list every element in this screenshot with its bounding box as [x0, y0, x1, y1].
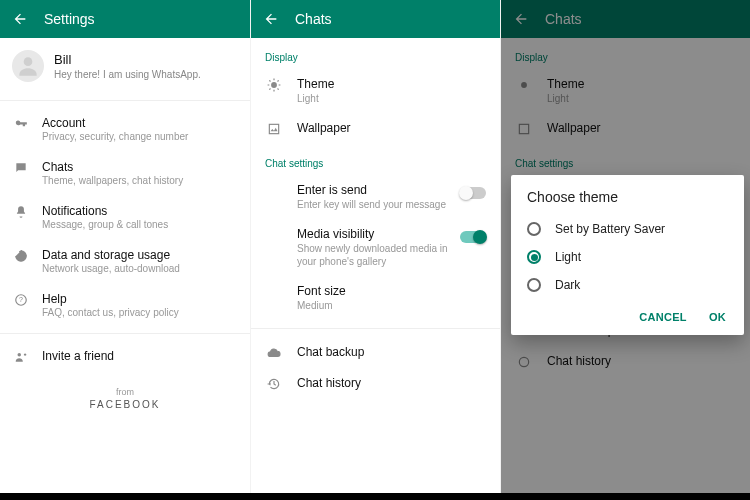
from-label: from — [0, 387, 250, 397]
row-enter-send[interactable]: Enter is sendEnter key will send your me… — [251, 175, 500, 219]
avatar-icon — [12, 50, 44, 82]
data-icon — [12, 248, 30, 263]
menu-item-title: Account — [42, 116, 188, 130]
appbar-title: Settings — [44, 11, 95, 27]
menu-item-sub: Network usage, auto-download — [42, 263, 180, 274]
row-wallpaper[interactable]: Wallpaper — [251, 113, 500, 144]
row-font-size[interactable]: Font sizeMedium — [251, 276, 500, 320]
row-title: Wallpaper — [297, 121, 486, 135]
key-icon — [12, 116, 30, 131]
row-media-visibility[interactable]: Media visibilityShow newly downloaded me… — [251, 219, 500, 276]
menu-item-title: Chats — [42, 160, 183, 174]
menu-item-data[interactable]: Data and storage usageNetwork usage, aut… — [0, 239, 250, 283]
menu-item-sub: FAQ, contact us, privacy policy — [42, 307, 179, 318]
theme-option-battery[interactable]: Set by Battery Saver — [527, 215, 728, 243]
row-theme[interactable]: ThemeLight — [251, 69, 500, 113]
theme-icon — [265, 77, 283, 92]
menu-item-invite[interactable]: Invite a friend — [0, 340, 250, 373]
menu-item-title: Notifications — [42, 204, 168, 218]
radio-icon — [527, 278, 541, 292]
row-chat-backup[interactable]: Chat backup — [251, 337, 500, 368]
back-icon[interactable] — [261, 11, 281, 27]
menu-item-title: Invite a friend — [42, 349, 114, 363]
ok-button[interactable]: OK — [707, 307, 728, 327]
cloud-icon — [265, 345, 283, 360]
toggle-media-visibility[interactable] — [460, 231, 486, 243]
wallpaper-icon — [265, 121, 283, 136]
appbar: Settings — [0, 0, 250, 38]
menu-item-help[interactable]: ? HelpFAQ, contact us, privacy policy — [0, 283, 250, 327]
divider — [0, 333, 250, 334]
settings-pane: Settings Bill Hey there! I am using What… — [0, 0, 250, 493]
row-title: Font size — [297, 284, 486, 298]
radio-icon — [527, 222, 541, 236]
menu-item-title: Help — [42, 292, 179, 306]
from-facebook: from FACEBOOK — [0, 387, 250, 410]
row-sub: Show newly downloaded media in your phon… — [297, 242, 460, 268]
section-display: Display — [251, 38, 500, 69]
theme-dialog: Choose theme Set by Battery Saver Light … — [511, 175, 744, 335]
option-label: Dark — [555, 278, 580, 292]
menu-item-chats[interactable]: ChatsTheme, wallpapers, chat history — [0, 151, 250, 195]
appbar: Chats — [251, 0, 500, 38]
profile-name: Bill — [54, 52, 201, 67]
section-chat-settings: Chat settings — [251, 144, 500, 175]
history-icon — [265, 376, 283, 391]
svg-point-4 — [271, 82, 277, 88]
divider — [0, 100, 250, 101]
row-title: Theme — [297, 77, 486, 91]
menu-item-sub: Message, group & call tones — [42, 219, 168, 230]
row-title: Chat backup — [297, 345, 486, 359]
settings-menu: AccountPrivacy, security, change number … — [0, 103, 250, 377]
row-sub: Enter key will send your message — [297, 198, 460, 211]
menu-item-sub: Theme, wallpapers, chat history — [42, 175, 183, 186]
row-sub: Light — [297, 92, 486, 105]
cancel-button[interactable]: CANCEL — [637, 307, 689, 327]
row-chat-history[interactable]: Chat history — [251, 368, 500, 399]
row-title: Media visibility — [297, 227, 460, 241]
menu-item-title: Data and storage usage — [42, 248, 180, 262]
invite-icon — [12, 349, 30, 364]
menu-item-sub: Privacy, security, change number — [42, 131, 188, 142]
svg-rect-5 — [269, 124, 278, 133]
svg-point-0 — [24, 57, 33, 66]
theme-option-light[interactable]: Light — [527, 243, 728, 271]
divider — [251, 328, 500, 329]
dialog-title: Choose theme — [527, 189, 728, 205]
radio-icon — [527, 250, 541, 264]
option-label: Set by Battery Saver — [555, 222, 665, 236]
option-label: Light — [555, 250, 581, 264]
svg-point-3 — [18, 353, 22, 357]
chat-icon — [12, 160, 30, 175]
help-icon: ? — [12, 292, 30, 307]
chats-pane: Chats Display ThemeLight Wallpaper Chat … — [250, 0, 500, 493]
back-icon[interactable] — [10, 11, 30, 27]
row-sub: Medium — [297, 299, 486, 312]
menu-item-account[interactable]: AccountPrivacy, security, change number — [0, 107, 250, 151]
row-title: Chat history — [297, 376, 486, 390]
profile-status: Hey there! I am using WhatsApp. — [54, 69, 201, 80]
bell-icon — [12, 204, 30, 219]
row-title: Enter is send — [297, 183, 460, 197]
theme-option-dark[interactable]: Dark — [527, 271, 728, 299]
toggle-enter-send[interactable] — [460, 187, 486, 199]
from-brand: FACEBOOK — [0, 399, 250, 410]
profile-row[interactable]: Bill Hey there! I am using WhatsApp. — [0, 38, 250, 100]
menu-item-notifications[interactable]: NotificationsMessage, group & call tones — [0, 195, 250, 239]
chats-pane-dialog: Chats Display ThemeLight Wallpaper Chat … — [500, 0, 750, 493]
svg-text:?: ? — [19, 296, 23, 303]
appbar-title: Chats — [295, 11, 332, 27]
